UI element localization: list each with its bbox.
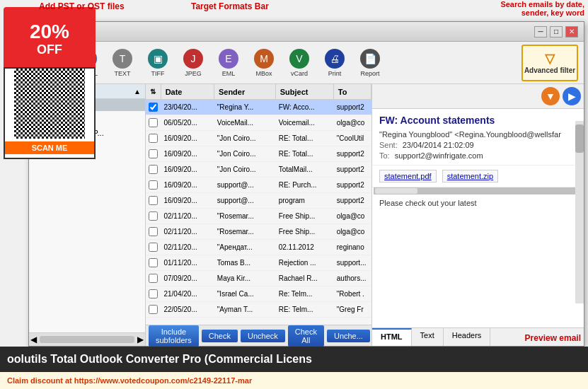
toolbar: H HTML X XHTML T TEXT ▣ TIFF J JPEG E EM…	[29, 42, 584, 84]
contact-search-bar: Contact Searc...	[29, 99, 145, 111]
preview-hscrollbar[interactable]	[374, 187, 582, 194]
window-title: Converter Pro	[35, 27, 88, 37]
close-button[interactable]: ✕	[565, 26, 578, 37]
sort-arrow: ⇅	[150, 88, 156, 95]
uncheck-button[interactable]: Uncheck	[241, 330, 285, 342]
sidebar: Ou... ▲ Contact Searc... 📤 Sent Items ✅ …	[29, 84, 146, 346]
row-check-0[interactable]	[146, 103, 161, 112]
attachment-pdf[interactable]: statement.pdf	[379, 170, 437, 182]
jpeg-button[interactable]: J JPEG	[176, 45, 210, 81]
include-subfolders-button[interactable]: Include subfolders	[149, 325, 199, 347]
row-sender-0: "Regina Y...	[214, 103, 276, 111]
minimize-button[interactable]: ─	[534, 26, 547, 37]
email-row[interactable]: 22/05/20... "Ayman T... RE: Telm... "Gre…	[146, 302, 371, 318]
email-row[interactable]: 02/11/20... "Rosemar... Free Ship... olg…	[146, 209, 371, 224]
prev-email-button[interactable]: ▼	[541, 87, 560, 105]
header-check: ⇅	[146, 84, 161, 99]
filter-icon: ▽	[545, 51, 555, 66]
list-header: ⇅ Date Sender Subject To	[146, 84, 371, 100]
coupon-link[interactable]: Claim discount at https://www.votedcoupo…	[7, 376, 252, 385]
header-subject[interactable]: Subject	[276, 84, 334, 99]
app-bottom: oolutils Total Outlook Converter Pro (Co…	[0, 347, 588, 389]
email-rows: 23/04/20... "Regina Y... FW: Acco... sup…	[146, 100, 371, 325]
preview-vscroll-thumb	[575, 124, 584, 153]
uncheck-all-button[interactable]: Unche...	[327, 330, 370, 342]
text-button[interactable]: T TEXT	[105, 45, 139, 81]
print-button[interactable]: 🖨 Print	[318, 45, 352, 81]
sidebar-scrollbar[interactable]	[40, 336, 134, 343]
email-row[interactable]: 16/09/20... support@... program support2	[146, 193, 371, 209]
preview-email-label: Preview email	[525, 333, 581, 343]
text-icon: T	[113, 49, 132, 69]
preview-panel: ▼ ▶ FW: Account statements "Regina Young…	[372, 84, 584, 346]
main-content: Ou... ▲ Contact Searc... 📤 Sent Items ✅ …	[29, 84, 584, 346]
tiff-icon: ▣	[148, 49, 168, 69]
html-button[interactable]: H HTML	[35, 45, 69, 81]
mbox-button[interactable]: M MBox	[247, 45, 281, 81]
sidebar-expand-icon[interactable]: ▲	[134, 88, 141, 95]
preview-from: "Regina Youngblood" <Regina.Youngblood@w…	[379, 130, 577, 139]
coupon-bar: Claim discount at https://www.votedcoupo…	[0, 372, 588, 389]
row-sender-1: VoiceMail...	[214, 119, 276, 127]
check-button[interactable]: Check	[202, 330, 238, 342]
email-row[interactable]: 01/11/20... Tomas B... Rejection ... sup…	[146, 255, 371, 271]
header-sender[interactable]: Sender	[214, 84, 276, 99]
attachment-zip[interactable]: statement.zip	[442, 170, 498, 182]
email-row[interactable]: 23/04/20... "Regina Y... FW: Acco... sup…	[146, 100, 371, 115]
email-row[interactable]: 16/09/20... "Jon Coiro... RE: Total... "…	[146, 131, 371, 146]
email-row[interactable]: 16/09/20... "Jon Coiro... TotalMail... s…	[146, 162, 371, 178]
tracked-icon: ✅	[33, 128, 44, 138]
xhtml-button[interactable]: X XHTML	[70, 45, 104, 81]
tab-html[interactable]: HTML	[372, 328, 412, 346]
sidebar-header: Ou... ▲	[29, 84, 145, 99]
email-row[interactable]: 02/11/20... "Rosemar... Free Ship... olg…	[146, 224, 371, 240]
email-list: ⇅ Date Sender Subject To 23/04/20... "Re…	[146, 84, 372, 346]
vcard-icon: V	[289, 49, 309, 69]
vcard-button[interactable]: V vCard	[282, 45, 316, 81]
email-row[interactable]: 07/09/20... Maya Kir... Rachael R... aut…	[146, 271, 371, 286]
preview-to: To: support2@winfrigate.com	[379, 151, 577, 160]
report-icon: 📄	[360, 49, 380, 69]
check-all-button[interactable]: Check All	[288, 325, 324, 347]
sidebar-item-sent[interactable]: 📤 Sent Items	[29, 114, 145, 127]
preview-hscroll-thumb	[375, 188, 417, 194]
app-window: Converter Pro ─ □ ✕ H HTML X XHTML T TEX…	[28, 21, 584, 347]
sidebar-scroll-left[interactable]: ◀	[30, 335, 37, 344]
email-row[interactable]: 16/09/20... support@... RE: Purch... sup…	[146, 178, 371, 193]
tab-headers[interactable]: Headers	[444, 328, 491, 346]
row-subject-0: FW: Acco...	[276, 103, 334, 111]
email-row[interactable]: 21/04/20... "Israel Ca... Re: Telm... "R…	[146, 286, 371, 302]
add-pst-label: Add PST or OST files	[39, 1, 125, 11]
eml-icon: E	[219, 49, 238, 69]
eml-button[interactable]: E EML	[212, 45, 246, 81]
mbox-icon: M	[254, 49, 274, 69]
row-check-1[interactable]	[146, 118, 161, 127]
tab-text[interactable]: Text	[412, 328, 444, 346]
title-bar-buttons: ─ □ ✕	[534, 26, 578, 37]
jpeg-icon: J	[183, 49, 203, 69]
email-row[interactable]: 02/11/20... "Арендат... 02.11.2012 regin…	[146, 240, 371, 255]
list-bottom-bar: Include subfolders Check Uncheck Check A…	[146, 325, 371, 346]
row-to-0: support2	[334, 103, 371, 111]
preview-sent: Sent: 23/04/2014 21:02:09	[379, 141, 577, 149]
advanced-filter-button[interactable]: ▽ Advanced filter	[521, 45, 578, 81]
next-email-button[interactable]: ▶	[563, 87, 581, 105]
preview-vscrollbar[interactable]	[575, 121, 584, 303]
sidebar-item-tracked[interactable]: ✅ Tracked Mail P...	[29, 127, 145, 139]
header-date[interactable]: Date	[161, 84, 214, 99]
row-to-1: olga@co	[334, 119, 371, 127]
title-bar: Converter Pro ─ □ ✕	[29, 22, 584, 42]
email-row[interactable]: 06/05/20... VoiceMail... Voicemail... ol…	[146, 115, 371, 131]
html-icon: H	[42, 49, 62, 69]
row-date-0: 23/04/20...	[161, 103, 214, 111]
status-text: oolutils Total Outlook Converter Pro (Co…	[7, 353, 312, 366]
maximize-button[interactable]: □	[550, 26, 563, 37]
report-button[interactable]: 📄 Report	[353, 45, 387, 81]
tiff-button[interactable]: ▣ TIFF	[141, 45, 175, 81]
preview-nav: ▼ ▶	[372, 84, 584, 109]
header-to[interactable]: To	[334, 84, 371, 99]
email-row[interactable]: 16/09/20... "Jon Coiro... RE: Total... s…	[146, 146, 371, 162]
row-subject-1: Voicemail...	[276, 119, 334, 127]
print-icon: 🖨	[325, 49, 345, 69]
sidebar-scroll-right[interactable]: ▶	[137, 335, 144, 344]
